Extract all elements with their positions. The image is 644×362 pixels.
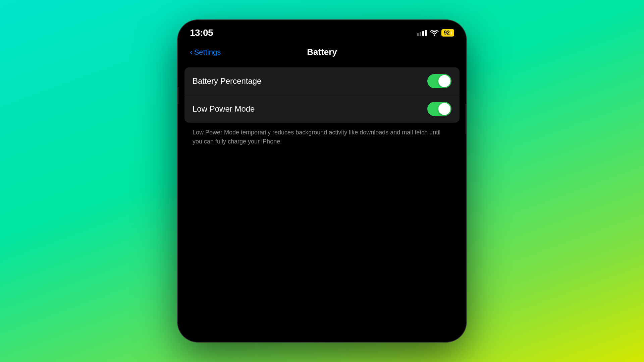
back-chevron-icon: ‹ — [190, 48, 193, 56]
nav-header: ‹ Settings Battery — [178, 40, 466, 61]
battery-percentage-row: Battery Percentage — [184, 67, 460, 95]
low-power-mode-toggle[interactable] — [427, 102, 451, 116]
toggle-knob-2 — [438, 103, 450, 115]
phone-device: 13:05 — [178, 20, 466, 342]
battery-indicator: 92 — [441, 29, 454, 37]
battery-percentage-toggle[interactable] — [427, 74, 451, 88]
content-area: Battery Percentage Low Power Mode Low Po… — [178, 61, 466, 342]
back-button[interactable]: ‹ Settings — [190, 48, 221, 57]
low-power-mode-description: Low Power Mode temporarily reduces backg… — [184, 123, 460, 146]
battery-percentage-label: Battery Percentage — [193, 76, 261, 86]
settings-card: Battery Percentage Low Power Mode — [184, 67, 460, 123]
back-button-label: Settings — [194, 48, 221, 57]
volume-button — [178, 87, 178, 104]
toggle-knob — [438, 75, 450, 87]
status-time: 13:05 — [190, 27, 213, 38]
phone-screen: 13:05 — [178, 20, 466, 342]
wifi-icon — [430, 30, 438, 36]
low-power-mode-row: Low Power Mode — [184, 95, 460, 123]
signal-icon — [417, 30, 427, 36]
low-power-mode-label: Low Power Mode — [193, 104, 255, 114]
power-button — [466, 104, 466, 134]
dynamic-island — [302, 25, 342, 36]
svg-point-0 — [434, 35, 435, 36]
page-title: Battery — [307, 47, 337, 57]
battery-level-text: 92 — [444, 30, 450, 36]
status-right-icons: 92 — [417, 29, 454, 37]
battery-tip — [451, 32, 452, 34]
